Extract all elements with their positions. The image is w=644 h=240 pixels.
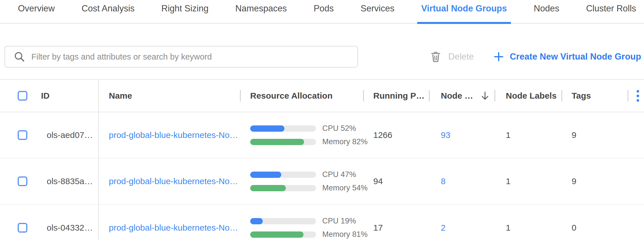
memory-bar (250, 139, 316, 145)
row-nodes-cell: 8 (429, 158, 494, 204)
memory-label: Memory 82% (322, 137, 368, 146)
row-node-labels-cell: 1 (494, 112, 561, 158)
header-node-labels-label: Node Labels (506, 91, 557, 101)
node-group-name-link[interactable]: prod-global-blue-kubernetes-No… (109, 176, 238, 186)
node-group-name-link[interactable]: prod-global-blue-kubernetes-No… (109, 130, 238, 140)
header-menu-cell (627, 80, 644, 112)
create-button-label: Create New Virtual Node Group (510, 52, 641, 62)
node-group-name-link[interactable]: prod-global-blue-kubernetes-No… (109, 223, 238, 233)
cpu-label: CPU 47% (322, 170, 356, 179)
header-id-label: ID (41, 91, 50, 101)
row-checkbox[interactable] (18, 176, 27, 186)
header-nodes-label: Node … (441, 91, 473, 101)
header-id-cell: ID (0, 80, 99, 112)
row-menu-cell (627, 112, 644, 158)
row-id-value: ols-aed07… (47, 130, 93, 140)
table-header: ID Name Resource Allocation Running P… N… (0, 80, 644, 112)
table-row: ols-aed07… prod-global-blue-kubernetes-N… (0, 112, 644, 158)
delete-button-label: Delete (448, 52, 474, 62)
cpu-label: CPU 52% (322, 124, 356, 133)
header-name-label: Name (109, 91, 132, 101)
node-labels-value: 1 (506, 176, 511, 186)
header-resource-allocation-cell: Resource Allocation (240, 80, 363, 112)
tab-right-sizing[interactable]: Right Sizing (157, 0, 212, 23)
row-checkbox[interactable] (18, 223, 27, 233)
row-menu-cell (627, 158, 644, 204)
header-node-labels-cell: Node Labels (494, 80, 561, 112)
row-name-cell: prod-global-blue-kubernetes-No… (99, 158, 240, 204)
header-tags-label: Tags (572, 91, 591, 101)
tab-services[interactable]: Services (356, 0, 398, 23)
row-running-pods-cell: 17 (363, 205, 429, 240)
tab-bar: Overview Cost Analysis Right Sizing Name… (0, 0, 644, 24)
row-nodes-cell: 2 (429, 205, 494, 240)
row-id-value: ols-04332… (47, 223, 93, 233)
row-menu-cell (627, 205, 644, 240)
toolbar-actions: Delete Create New Virtual Node Group (431, 46, 641, 68)
row-checkbox[interactable] (18, 130, 27, 140)
row-resource-allocation-cell: CPU 19% Memory 81% (240, 205, 363, 240)
tab-nodes[interactable]: Nodes (530, 0, 563, 23)
table-row: ols-04332… prod-global-blue-kubernetes-N… (0, 205, 644, 240)
nodes-count-link[interactable]: 2 (441, 223, 446, 233)
header-name-cell: Name (99, 80, 240, 112)
tab-overview[interactable]: Overview (14, 0, 59, 23)
nodes-count-link[interactable]: 8 (441, 176, 446, 186)
tags-value: 9 (572, 176, 576, 186)
sort-descending-arrow-icon[interactable] (481, 91, 489, 100)
row-tags-cell: 9 (561, 112, 627, 158)
filter-search-input[interactable] (31, 52, 350, 62)
cpu-bar (250, 172, 316, 178)
select-all-checkbox[interactable] (18, 91, 27, 101)
tab-namespaces[interactable]: Namespaces (231, 0, 291, 23)
tab-virtual-node-groups[interactable]: Virtual Node Groups (417, 0, 511, 23)
row-name-cell: prod-global-blue-kubernetes-No… (99, 112, 240, 158)
header-nodes-cell[interactable]: Node … (429, 80, 494, 112)
tags-value: 9 (572, 130, 576, 140)
memory-label: Memory 81% (322, 230, 368, 239)
row-id-cell: ols-04332… (0, 205, 99, 240)
tags-value: 0 (572, 223, 576, 233)
table-row: ols-8835a… prod-global-blue-kubernetes-N… (0, 158, 644, 205)
tab-cluster-rolls[interactable]: Cluster Rolls (582, 0, 640, 23)
row-tags-cell: 0 (561, 205, 627, 240)
memory-bar (250, 231, 316, 238)
row-resource-allocation-cell: CPU 52% Memory 82% (240, 112, 363, 158)
column-options-kebab-icon[interactable] (635, 88, 641, 103)
running-pods-value: 17 (373, 223, 383, 233)
trash-icon (431, 51, 441, 62)
row-id-cell: ols-aed07… (0, 112, 99, 158)
cpu-bar (250, 125, 316, 132)
row-resource-allocation-cell: CPU 47% Memory 54% (240, 158, 363, 204)
row-id-value: ols-8835a… (47, 176, 93, 186)
row-running-pods-cell: 94 (363, 158, 429, 204)
toolbar: Delete Create New Virtual Node Group (0, 46, 644, 68)
memory-label: Memory 54% (322, 184, 368, 192)
row-nodes-cell: 93 (429, 112, 494, 158)
running-pods-value: 1266 (373, 130, 392, 140)
node-labels-value: 1 (506, 223, 511, 233)
row-tags-cell: 9 (561, 158, 627, 204)
memory-bar (250, 185, 316, 191)
row-running-pods-cell: 1266 (363, 112, 429, 158)
nodes-count-link[interactable]: 93 (441, 130, 450, 140)
node-labels-value: 1 (506, 130, 511, 140)
header-running-pods-cell: Running P… (363, 80, 429, 112)
row-node-labels-cell: 1 (494, 205, 561, 240)
cpu-bar (250, 218, 316, 224)
header-resource-allocation-label: Resource Allocation (250, 91, 333, 101)
row-node-labels-cell: 1 (494, 158, 561, 204)
create-virtual-node-group-button[interactable]: Create New Virtual Node Group (494, 52, 641, 62)
header-tags-cell: Tags (561, 80, 627, 112)
tab-pods[interactable]: Pods (310, 0, 338, 23)
row-name-cell: prod-global-blue-kubernetes-No… (99, 205, 240, 240)
delete-button[interactable]: Delete (431, 51, 474, 62)
cpu-label: CPU 19% (322, 217, 356, 225)
filter-search-box[interactable] (5, 46, 358, 68)
header-running-pods-label: Running P… (373, 91, 425, 101)
search-icon (14, 51, 25, 62)
virtual-node-groups-table: ID Name Resource Allocation Running P… N… (0, 79, 644, 240)
tab-cost-analysis[interactable]: Cost Analysis (78, 0, 138, 23)
row-id-cell: ols-8835a… (0, 158, 99, 204)
virtual-node-groups-page: Overview Cost Analysis Right Sizing Name… (0, 0, 644, 240)
